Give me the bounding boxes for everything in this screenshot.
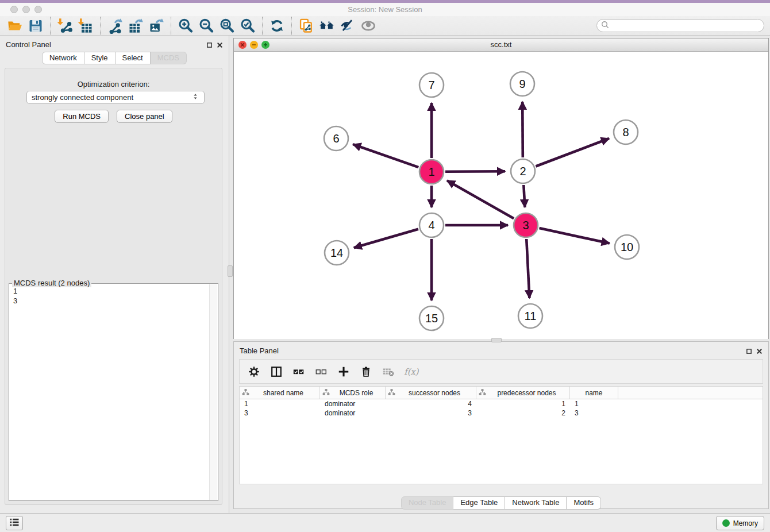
table-panel: Table Panel f(x) shared nameMCDS rolesuc… (233, 341, 769, 509)
tab-motifs[interactable]: Motifs (567, 496, 601, 510)
optimization-criterion-label: Optimization criterion: (5, 80, 222, 88)
save-icon[interactable] (25, 17, 46, 34)
graph-edge-3-1[interactable] (447, 180, 514, 218)
close-panel-button[interactable]: Close panel (117, 110, 172, 123)
table-cell[interactable]: 1 (240, 400, 320, 408)
result-scrollbar[interactable] (209, 284, 217, 500)
deselect-all-icon[interactable] (313, 363, 330, 380)
memory-button[interactable]: Memory (716, 516, 764, 530)
table-cell[interactable]: 2 (476, 409, 570, 417)
table-row: 1dominator411 (240, 399, 763, 408)
tab-node-table[interactable]: Node Table (401, 496, 454, 510)
settings-icon[interactable] (245, 363, 263, 380)
graph-edge-4-14[interactable] (354, 229, 418, 248)
table-cell[interactable]: 1 (570, 400, 618, 408)
table-cell[interactable]: dominator (320, 400, 386, 408)
graph-node-10[interactable]: 10 (615, 235, 639, 259)
graph-edge-3-10[interactable] (540, 228, 610, 243)
graph-node-9[interactable]: 9 (510, 72, 534, 96)
table-cell[interactable]: 1 (476, 400, 570, 408)
select-all-icon[interactable] (290, 363, 307, 380)
close-table-panel-icon[interactable] (756, 346, 763, 357)
column-label: successor nodes (395, 389, 476, 397)
column-header-shared-name[interactable]: shared name (240, 387, 320, 399)
zoom-in-icon[interactable] (175, 17, 196, 34)
graph-edge-2-9[interactable] (522, 102, 523, 157)
graph-node-label: 15 (425, 312, 438, 325)
table-row: 3dominator323 (240, 408, 763, 418)
zoom-selected-icon[interactable] (237, 17, 258, 34)
float-panel-icon[interactable] (206, 40, 213, 51)
delete-table-icon (380, 363, 397, 380)
graph-node-3[interactable]: 3 (514, 213, 538, 237)
graph-node-4[interactable]: 4 (419, 213, 444, 237)
tab-edge-table[interactable]: Edge Table (453, 496, 505, 510)
task-history-button[interactable] (6, 516, 23, 530)
graph-node-8[interactable]: 8 (614, 120, 638, 144)
mcds-result-box[interactable]: MCDS result (2 nodes) 1 3 (9, 283, 218, 501)
tab-mcds[interactable]: MCDS (151, 52, 187, 64)
table-panel-header: Table Panel (234, 342, 768, 358)
graph-node-label: 1 (428, 165, 434, 178)
copy-network-icon[interactable] (296, 17, 317, 34)
column-label: predecessor nodes (486, 389, 569, 397)
column-header-mcds-role[interactable]: MCDS role (320, 387, 386, 399)
graph-edge-2-3[interactable] (523, 185, 525, 207)
zoom-fit-icon[interactable] (217, 17, 237, 34)
control-panel: Control Panel NetworkStyleSelectMCDS Opt… (0, 36, 229, 513)
refresh-layout-icon[interactable] (267, 17, 287, 34)
export-table-icon[interactable] (125, 17, 146, 34)
graph-node-1[interactable]: 1 (419, 160, 444, 184)
delete-row-icon[interactable] (357, 363, 375, 380)
tab-select[interactable]: Select (116, 52, 151, 64)
graph-edge-1-6[interactable] (353, 144, 418, 167)
network-window-title: scc.txt (234, 40, 768, 49)
graph-node-label: 11 (525, 310, 537, 322)
table-cell[interactable]: 3 (386, 409, 476, 417)
table-cell[interactable]: 3 (240, 409, 320, 417)
zoom-out-icon[interactable] (196, 17, 217, 34)
tab-network-table[interactable]: Network Table (505, 496, 567, 510)
graph-node-14[interactable]: 14 (325, 241, 349, 265)
graph-edge-2-8[interactable] (536, 138, 609, 167)
optimization-criterion-select[interactable]: strongly connected component (26, 91, 205, 104)
show-graphics-details-icon[interactable] (358, 17, 379, 34)
table-cell[interactable]: dominator (320, 409, 386, 417)
float-table-panel-icon[interactable] (746, 346, 752, 357)
import-table-icon[interactable] (75, 17, 96, 34)
table-cell[interactable]: 4 (386, 400, 476, 408)
home-pages-icon[interactable] (317, 17, 337, 34)
control-panel-tabs: NetworkStyleSelectMCDS (0, 52, 229, 64)
run-mcds-button[interactable]: Run MCDS (55, 110, 109, 123)
close-panel-icon[interactable] (217, 40, 223, 51)
graph-node-7[interactable]: 7 (419, 73, 444, 97)
open-icon[interactable] (5, 17, 25, 34)
column-header-name[interactable]: name (570, 387, 618, 399)
column-type-icon (322, 388, 330, 398)
toolbar-separator (291, 17, 292, 35)
hide-graphics-details-icon[interactable] (337, 17, 358, 34)
export-network-icon[interactable] (105, 17, 125, 34)
graph-edge-1-2[interactable] (445, 171, 505, 172)
column-header-successor-nodes[interactable]: successor nodes (386, 387, 476, 399)
network-splitter-handle[interactable] (491, 338, 502, 342)
add-row-icon[interactable] (335, 363, 352, 380)
graph-node-label: 3 (522, 219, 529, 232)
graph-node-2[interactable]: 2 (511, 159, 535, 183)
tab-network[interactable]: Network (42, 52, 84, 64)
graph-edge-3-11[interactable] (526, 239, 529, 298)
network-canvas[interactable]: 7968124314101511 (234, 52, 768, 339)
column-header-predecessor-nodes[interactable]: predecessor nodes (476, 387, 570, 399)
table-cell[interactable]: 3 (570, 409, 618, 417)
export-image-icon[interactable] (146, 17, 167, 34)
graph-node-6[interactable]: 6 (324, 126, 348, 151)
tab-style[interactable]: Style (84, 52, 116, 64)
graph-node-15[interactable]: 15 (419, 306, 444, 330)
search-input[interactable] (611, 20, 764, 31)
search-field (596, 19, 764, 32)
panel-splitter-handle[interactable] (228, 265, 233, 277)
graph-node-11[interactable]: 11 (518, 304, 542, 328)
graph-node-label: 6 (333, 132, 339, 145)
import-network-icon[interactable] (55, 17, 75, 34)
split-columns-icon[interactable] (268, 363, 285, 380)
